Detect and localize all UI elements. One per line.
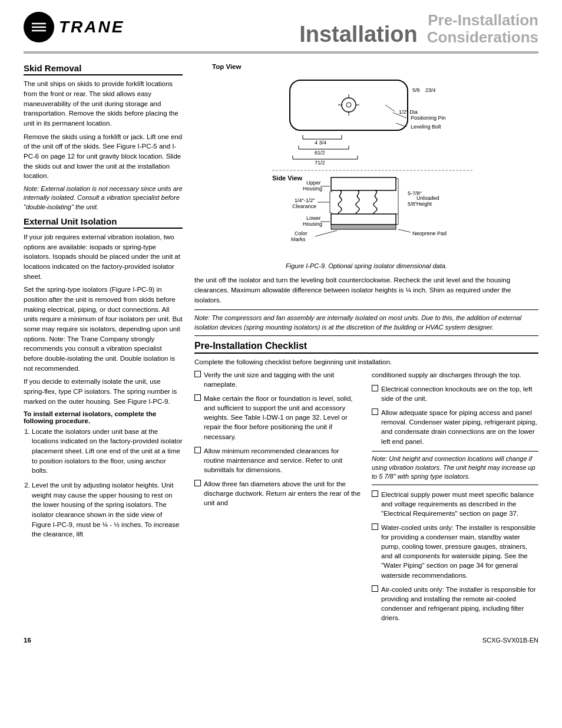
svg-text:61/2: 61/2 <box>315 150 325 156</box>
diagram-svg: 4 3/4 61/2 71/2 5/8 23/4 <box>254 71 478 260</box>
svg-text:5/8: 5/8 <box>412 87 420 93</box>
header-divider <box>24 51 538 54</box>
checklist-item: conditioned supply air discharges throug… <box>372 370 538 380</box>
trane-brand-name: TRANE <box>59 18 124 37</box>
checklist-box <box>194 447 201 453</box>
svg-rect-4 <box>290 80 408 130</box>
skid-removal-section: Skid Removal The unit ships on skids to … <box>24 63 183 212</box>
top-view-label: Top View <box>194 63 538 70</box>
external-isolation-title: External Unit Isolation <box>24 216 183 229</box>
svg-text:Leveling Bolt: Leveling Bolt <box>411 124 441 130</box>
page-header: TRANE Installation Pre-Installation Cons… <box>24 12 538 45</box>
skid-removal-para2: Remove the skids using a forklift or jac… <box>24 132 183 181</box>
checklist-title: Pre-Installation Checklist <box>194 341 538 354</box>
svg-line-46 <box>398 229 411 232</box>
main-content: Skid Removal The unit ships on skids to … <box>24 63 538 627</box>
svg-text:Positioning Pin: Positioning Pin <box>411 115 446 121</box>
svg-text:Lower: Lower <box>306 215 321 221</box>
svg-text:Marks: Marks <box>291 236 306 242</box>
checklist-box <box>372 409 378 415</box>
checklist-item: Electrical supply power must meet specif… <box>372 490 538 518</box>
checklist-intro: Complete the following checklist before … <box>194 358 538 365</box>
svg-text:1/2" Dia: 1/2" Dia <box>399 109 418 115</box>
svg-point-5 <box>342 98 356 112</box>
svg-text:Height: Height <box>416 201 432 207</box>
svg-text:23/4: 23/4 <box>425 87 436 93</box>
external-isolation-section: External Unit Isolation If your job requ… <box>24 216 183 539</box>
checklist-box <box>194 371 201 377</box>
svg-rect-37 <box>331 214 396 225</box>
page-title-area: Installation Pre-Installation Considerat… <box>299 12 538 45</box>
checklist-item: Verify the unit size and tagging with th… <box>194 370 361 389</box>
svg-text:Color: Color <box>295 230 308 236</box>
svg-text:Upper: Upper <box>306 180 321 186</box>
diagram-svg-wrap: Top View <box>194 63 538 269</box>
diagram-area: Top View <box>194 63 538 269</box>
svg-text:Neoprene Pad: Neoprene Pad <box>412 230 447 236</box>
checklist-two-col: Verify the unit size and tagging with th… <box>194 370 538 627</box>
external-isolation-para1: If your job requires external vibration … <box>24 232 183 281</box>
svg-text:Housing: Housing <box>303 221 322 227</box>
logo-area: TRANE <box>24 12 124 42</box>
checklist-box <box>372 585 378 592</box>
installation-title: Installation <box>299 23 418 45</box>
skid-removal-note: Note: External isolation is not necessar… <box>24 185 183 212</box>
external-isolation-para2: Set the spring-type isolators (Figure I-… <box>24 285 183 373</box>
checklist-box <box>372 385 378 391</box>
page-number: 16 <box>24 637 31 644</box>
svg-line-26 <box>385 105 395 111</box>
pre-installation-title-line1: Pre-Installation <box>427 12 538 29</box>
checklist-box <box>194 480 201 486</box>
skid-removal-para1: The unit ships on skids to provide forkl… <box>24 79 183 128</box>
right-para-top: the unit off the isolator and turn the l… <box>194 275 538 305</box>
svg-text:Side View: Side View <box>272 174 303 182</box>
left-column: Skid Removal The unit ships on skids to … <box>24 63 183 627</box>
svg-text:1/4"-1/2": 1/4"-1/2" <box>295 197 315 203</box>
list-item: Level the unit by adjusting isolator hei… <box>32 480 183 539</box>
checklist-item: Air-cooled units only: The installer is … <box>372 585 538 622</box>
checklist-item: Allow adequate space for piping access a… <box>372 408 538 446</box>
pre-installation-title-line2: Considerations <box>427 29 538 46</box>
checklist-item: Electrical connection knockouts are on t… <box>372 384 538 403</box>
svg-text:Clearance: Clearance <box>292 203 316 209</box>
checklist-item: Make certain the floor or foundation is … <box>194 394 361 441</box>
right-column: Top View <box>194 63 538 627</box>
svg-text:4 3/4: 4 3/4 <box>315 140 326 146</box>
doc-code: SCXG-SVX01B-EN <box>482 637 538 644</box>
external-isolation-bold-label: To install external isolators, complete … <box>24 410 183 424</box>
external-isolation-list: Locate the isolators under unit base at … <box>24 427 183 539</box>
svg-text:71/2: 71/2 <box>315 160 325 166</box>
svg-line-30 <box>396 123 406 127</box>
checklist-box <box>372 523 378 530</box>
svg-rect-44 <box>331 225 396 229</box>
checklist-left: Verify the unit size and tagging with th… <box>194 370 361 627</box>
svg-line-43 <box>315 230 337 236</box>
svg-text:5/8": 5/8" <box>408 201 417 207</box>
skid-removal-title: Skid Removal <box>24 63 183 75</box>
diagram-caption: Figure I-PC-9. Optional spring isolator … <box>286 262 447 269</box>
svg-point-10 <box>346 103 351 107</box>
checklist-section: Pre-Installation Checklist Complete the … <box>194 341 538 627</box>
checklist-box <box>194 394 201 401</box>
checklist-box <box>372 490 378 497</box>
external-isolation-para3: If you decide to externally isolate the … <box>24 377 183 406</box>
svg-text:Housing: Housing <box>303 186 322 192</box>
checklist-item: Water-cooled units only: The installer i… <box>372 523 538 580</box>
right-italic-note: Note: The compressors and fan assembly a… <box>194 309 538 336</box>
svg-rect-33 <box>331 177 396 190</box>
checklist-right: conditioned supply air discharges throug… <box>372 370 538 627</box>
list-item: Locate the isolators under unit base at … <box>32 427 183 476</box>
checklist-item: Allow minimum recommended clearances for… <box>194 446 361 475</box>
page-footer: 16 SCXG-SVX01B-EN <box>24 637 538 644</box>
trane-logo-circle <box>24 12 54 42</box>
svg-text:Unloaded: Unloaded <box>416 195 439 201</box>
right-note-italic: Note: Unit height and connection locatio… <box>372 451 538 485</box>
checklist-item: Allow three fan diameters above the unit… <box>194 479 361 508</box>
